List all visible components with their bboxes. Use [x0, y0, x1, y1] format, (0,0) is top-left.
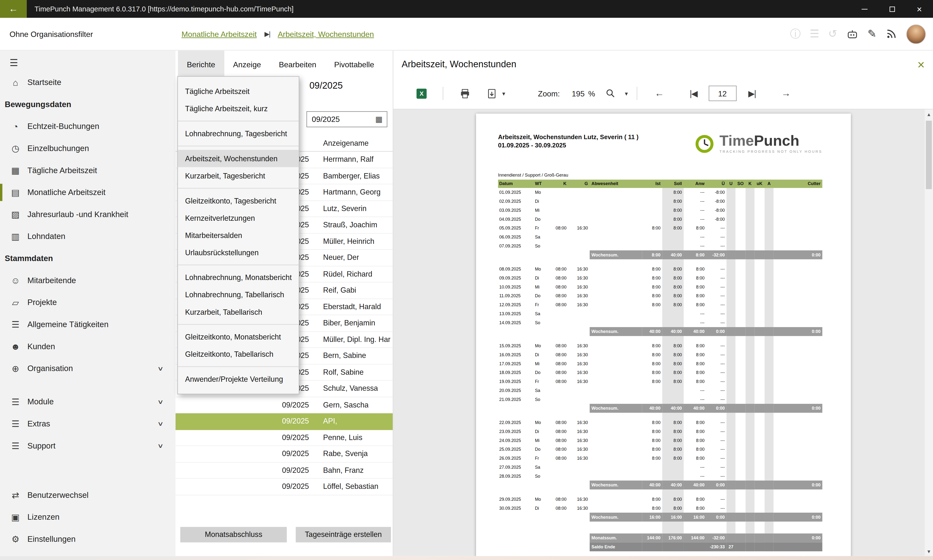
sidebar-item-label: Allgemeine Tätigkeiten [28, 320, 109, 329]
zoom-value[interactable]: 195 [572, 89, 585, 98]
menu-item[interactable]: Arbeitszeit, Wochenstunden [178, 150, 299, 167]
employee-row[interactable]: 09/2025 API, [176, 413, 393, 429]
sidebar-item[interactable]: ▤ Monatliche Arbeitszeit ∨ [0, 182, 176, 203]
close-icon: × [917, 5, 922, 13]
menubar-item[interactable]: Bearbeiten [270, 51, 325, 78]
action-button[interactable]: Monatsabschluss [180, 527, 287, 543]
row-month: 09/2025 [280, 401, 318, 409]
menu-item[interactable]: Urlaubsrückstellungen [178, 244, 299, 261]
menubar-item[interactable]: Pivottabelle [325, 51, 383, 78]
month-filter-value: 09/2025 [312, 115, 340, 124]
menubar-item[interactable]: Berichte [178, 51, 224, 78]
menu-item[interactable]: Anwender/Projekte Verteilung [178, 371, 299, 388]
week-sum-row: Wochensum. 40:00 40:00 40:00 0:00 0:00 [498, 327, 822, 336]
back-arrow-icon: ← [9, 4, 18, 14]
employee-row[interactable]: 09/2025 Rabe, Svenja [176, 446, 393, 462]
row-display-name: Rolf, Sabine [318, 368, 363, 376]
sidebar-item[interactable]: ▥ Lohndaten ∨ [0, 225, 176, 248]
employee-row[interactable]: 09/2025 Penne, Luis [176, 429, 393, 446]
sidebar-item[interactable]: ☻ Kunden ∨ [0, 335, 176, 357]
report-day-row: 06.09.2025 Sa --- --- [498, 233, 822, 242]
sidebar-item[interactable]: Bewegungsdaten ∨ [0, 93, 176, 115]
month-filter-field[interactable]: 09/2025 ▦ [306, 111, 387, 127]
pdf-export-icon[interactable] [486, 88, 497, 99]
berichte-dropdown-menu: Tägliche Arbeitszeit Tägliche Arbeitszei… [177, 76, 299, 394]
menubar-item[interactable]: Anzeige [224, 51, 270, 78]
sidebar-item[interactable]: ◷ Einzelbuchungen ∨ [0, 137, 176, 160]
menu-item[interactable]: Lohnabrechnung, Monatsbericht [178, 269, 299, 286]
first-page-icon[interactable]: |◀ [690, 89, 697, 98]
sidebar-item[interactable]: ⚙ Einstellungen ∨ [0, 528, 176, 550]
last-page-icon[interactable]: ▶| [748, 89, 756, 98]
step-forward-icon[interactable]: ▶| [264, 30, 270, 38]
sidebar-item[interactable]: ⊕ Organisation ∨ [0, 357, 176, 380]
nav-forward-arrow-icon[interactable]: → [781, 88, 790, 98]
nav-link-arbeitszeit-wochenstunden[interactable]: Arbeitszeit, Wochenstunden [278, 30, 374, 38]
menu-item[interactable]: Tägliche Arbeitszeit, kurz [178, 100, 299, 117]
scroll-up-icon[interactable]: ▲ [927, 109, 931, 119]
edit-pencil-icon[interactable]: ✎ [867, 29, 876, 39]
sidebar-item[interactable]: ▱ Projekte ∨ [0, 291, 176, 314]
sidebar-item[interactable]: ⇄ Benutzerwechsel ∨ [0, 484, 176, 506]
nav-back-arrow-icon[interactable]: ← [654, 88, 664, 98]
sidebar-item[interactable]: ☺ Mitarbeitende ∨ [0, 269, 176, 291]
sidebar-item[interactable]: ☰ Support ∨ [0, 435, 176, 457]
organisation-filter[interactable]: Ohne Organisationsfilter [9, 29, 93, 38]
minimize-button[interactable] [851, 0, 878, 18]
sidebar-item-label: Organisation [28, 364, 73, 373]
action-button[interactable]: Tageseinträge erstellen [296, 527, 391, 543]
sidebar-item[interactable]: ◔ Echtzeit-Buchungen ∨ [0, 115, 176, 137]
logo-tagline: TRACKING PROGRESS NOT ONLY HOURS [719, 150, 822, 154]
sidebar-item[interactable]: Stammdaten ∨ [0, 248, 176, 269]
vertical-scrollbar[interactable]: ▲ ▼ [925, 109, 933, 556]
history-icon[interactable]: ↺ [828, 29, 837, 39]
close-panel-icon[interactable]: × [918, 58, 925, 71]
sidebar-item[interactable]: ▦ Tägliche Arbeitszeit ∨ [0, 159, 176, 182]
menu-item[interactable]: Mitarbeitersalden [178, 226, 299, 244]
row-display-name: Gern, Sascha [318, 401, 369, 409]
close-button[interactable]: × [905, 0, 933, 18]
calendar-picker-icon[interactable]: ▦ [376, 115, 383, 124]
report-day-row: 18.09.2025 Do 08:00 16:30 8:00 8:00 8:00 [498, 368, 822, 377]
user-avatar[interactable] [906, 24, 926, 44]
nav-link-monatliche-arbeitszeit[interactable]: Monatliche Arbeitszeit [182, 30, 257, 38]
zoom-dropdown-chevron-icon[interactable]: ▾ [625, 90, 628, 97]
menu-item[interactable]: Gleitzeitkonto, Tagesbericht [178, 192, 299, 209]
employee-row[interactable]: 09/2025 Bahn, Franz [176, 462, 393, 478]
scroll-down-icon[interactable]: ▼ [927, 547, 931, 556]
column-header-anzeigename[interactable]: Anzeigename [318, 139, 369, 147]
sidebar-item[interactable]: ▨ Jahresurlaub -und Krankheit ∨ [0, 203, 176, 226]
maximize-button[interactable] [878, 0, 906, 18]
excel-export-icon[interactable]: X [416, 88, 426, 98]
employee-row[interactable]: 09/2025 Gern, Sascha [176, 397, 393, 413]
back-button[interactable]: ← [0, 0, 27, 18]
sidebar-item[interactable]: ☰ Module ∨ [0, 391, 176, 413]
menu-item[interactable]: Gleitzeitkonto, Monatsbericht [178, 328, 299, 346]
menu-item[interactable]: Kernzeitverletzungen [178, 209, 299, 226]
zoom-magnifier-icon[interactable] [605, 88, 616, 98]
assistant-robot-icon[interactable] [846, 28, 858, 40]
print-icon[interactable] [459, 88, 471, 99]
info-icon[interactable]: ⓘ [790, 29, 801, 39]
page-number-input[interactable]: 12 [708, 86, 736, 101]
row-display-name: Schulz, Vanessa [318, 385, 378, 393]
employee-row[interactable]: 09/2025 Löffel, Sebastian [176, 478, 393, 495]
sidebar-item[interactable]: ☰ Allgemeine Tätigkeiten ∨ [0, 314, 176, 335]
menu-item[interactable]: Gleitzeitkonto, Tabellarisch [178, 346, 299, 363]
rss-broadcast-icon[interactable] [885, 28, 897, 40]
export-dropdown-chevron-icon[interactable]: ▾ [502, 90, 505, 97]
chevron-down-icon: ∨ [157, 398, 163, 405]
menu-item[interactable]: Lohnabrechnung, Tagesbericht [178, 125, 299, 142]
menu-item[interactable]: Tägliche Arbeitszeit [178, 83, 299, 100]
checklist-icon[interactable]: ☰ [810, 29, 819, 39]
row-display-name: Löffel, Sebastian [318, 483, 378, 491]
topbar: Ohne Organisationsfilter Monatliche Arbe… [0, 18, 933, 51]
sidebar-item[interactable]: ⌂ Startseite ∨ [0, 71, 176, 94]
sidebar-item[interactable]: ▣ Lizenzen ∨ [0, 506, 176, 528]
menu-item[interactable]: Kurzarbeit, Tagesbericht [178, 167, 299, 184]
hamburger-menu-icon[interactable]: ☰ [9, 57, 23, 68]
sidebar-item[interactable]: ☰ Extras ∨ [0, 413, 176, 435]
menu-item[interactable]: Kurzarbeit, Tabellarisch [178, 303, 299, 320]
scrollbar-thumb[interactable] [926, 121, 932, 189]
menu-item[interactable]: Lohnabrechnung, Tabellarisch [178, 286, 299, 303]
